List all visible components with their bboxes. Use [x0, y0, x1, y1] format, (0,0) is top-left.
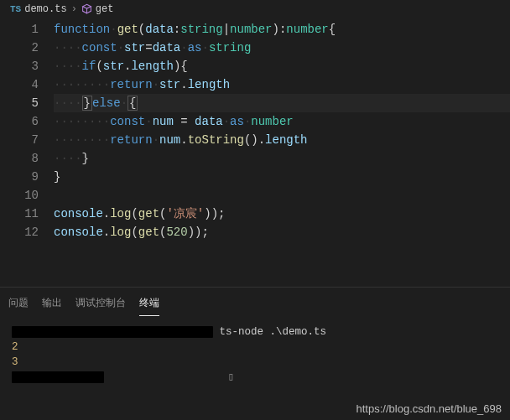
tab-terminal[interactable]: 终端 — [139, 293, 159, 316]
terminal-cursor: ▯ — [228, 371, 235, 383]
breadcrumb-symbol[interactable]: get — [96, 3, 114, 15]
line-number: 8 — [0, 149, 39, 168]
line-number: 11 — [0, 205, 39, 223]
breadcrumb[interactable]: TS demo.ts › get — [0, 0, 510, 18]
code-line[interactable]: } — [54, 168, 510, 186]
lang-badge: TS — [10, 4, 21, 14]
tab-problems[interactable]: 问题 — [8, 293, 29, 316]
terminal-output-line: 3 — [12, 355, 498, 370]
code-line[interactable]: ········const·num = data·as·number — [54, 112, 510, 131]
line-number: 1 — [0, 20, 39, 39]
panel-tabs: 问题输出调试控制台终端 — [0, 288, 510, 316]
code-line[interactable]: console.log(get('凉宸')); — [54, 205, 510, 223]
line-number: 7 — [0, 131, 39, 149]
code-line[interactable]: ····}else·{ — [54, 94, 510, 112]
code-line[interactable]: ········return·num.toString().length — [54, 131, 510, 149]
terminal-output-line: 2 — [12, 340, 498, 355]
breadcrumb-file[interactable]: demo.ts — [24, 3, 66, 15]
code-line[interactable] — [54, 186, 510, 205]
line-number: 6 — [0, 112, 39, 131]
code-line[interactable]: ····const·str=data·as·string — [54, 39, 510, 57]
line-number: 9 — [0, 168, 39, 186]
tab-output[interactable]: 输出 — [42, 293, 62, 316]
breadcrumb-separator: › — [71, 3, 77, 15]
line-number: 5 — [0, 94, 39, 112]
redacted-region — [12, 326, 213, 338]
code-line[interactable]: function·get(data:string|number):number{ — [54, 20, 510, 39]
code-line[interactable]: console.log(get(520)); — [54, 223, 510, 241]
code-area[interactable]: function·get(data:string|number):number{… — [54, 20, 510, 287]
line-number: 10 — [0, 186, 39, 205]
redacted-region — [12, 371, 104, 383]
line-number: 2 — [0, 39, 39, 57]
code-line[interactable]: ····if(str.length){ — [54, 57, 510, 75]
code-line[interactable]: ········return·str.length — [54, 75, 510, 94]
line-number: 12 — [0, 223, 39, 241]
watermark-text: https://blog.csdn.net/blue_698 — [356, 402, 502, 415]
line-number: 3 — [0, 57, 39, 75]
code-line[interactable]: ····} — [54, 149, 510, 168]
line-number: 4 — [0, 75, 39, 94]
line-gutter: 123456789101112 — [0, 20, 54, 287]
terminal-content[interactable]: ts-node .\demo.ts 2 3 ▯ — [0, 316, 510, 393]
bottom-panel: 问题输出调试控制台终端 ts-node .\demo.ts 2 3 ▯ — [0, 287, 510, 420]
code-editor[interactable]: 123456789101112 function·get(data:string… — [0, 18, 510, 287]
cube-icon — [81, 3, 92, 16]
terminal-command-text: ts-node .\demo.ts — [220, 326, 327, 338]
tab-debug[interactable]: 调试控制台 — [75, 293, 126, 316]
